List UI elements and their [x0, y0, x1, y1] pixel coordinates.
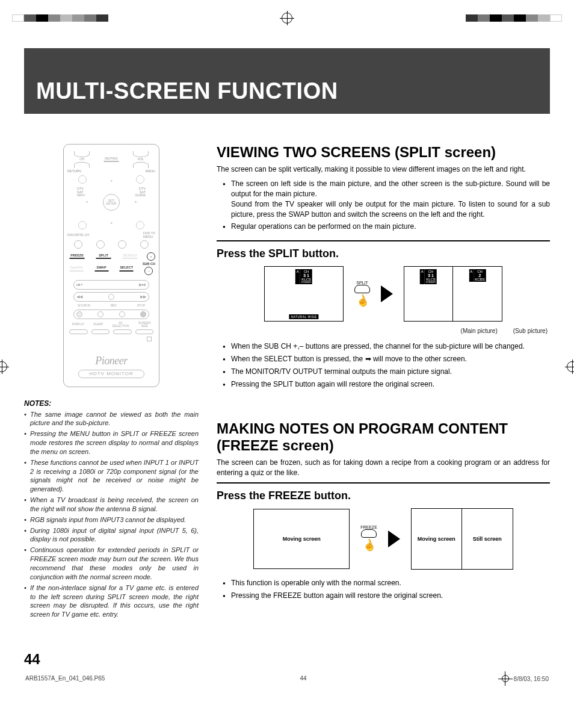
registration-mark-icon [567, 361, 574, 372]
divider [217, 482, 550, 484]
split-bottom-bullets: When the SUB CH +,– buttons are pressed,… [217, 341, 550, 389]
freeze-diagram: Moving screen FREEZE ☝ Moving screen Sti… [217, 508, 550, 570]
brand-logo: Pioneer [67, 355, 155, 366]
remote-swap-label: SWAP [97, 266, 106, 270]
page-title-band: MULTI-SCREEN FUNCTION [24, 48, 550, 114]
notes-item: RGB signals input from INPUT3 cannot be … [24, 515, 199, 524]
bullet-item: Pressing the SPLIT button again will res… [217, 379, 550, 390]
footer-date: 8/8/03, 16:50 [514, 676, 549, 682]
tv-sub: A CH2KCBS [453, 266, 502, 322]
bullet-item: When the SELECT button is pressed, the ➡… [217, 354, 550, 364]
bullet-item: When the SUB CH +,– buttons are pressed,… [217, 341, 550, 352]
notes-item: When a TV broadcast is being received, t… [24, 496, 199, 514]
movie-box-after: Moving screen Still screen [411, 508, 513, 570]
split-diagram: A CH3 1KLCSSTEREO NATURAL WIDE SPLIT ☝ A… [217, 266, 550, 322]
split-captions: (Main picture) (Sub picture) [217, 328, 550, 334]
freeze-button-illustration: FREEZE ☝ [360, 525, 377, 552]
bullet-item: This function is operable only with the … [217, 578, 550, 588]
page-number: 44 [24, 651, 550, 668]
freeze-intro: The screen can be frozen, such as for ta… [217, 458, 550, 477]
bullet-item: The MONITOR/TV OUTPUT terminal outputs t… [217, 367, 550, 377]
split-intro: The screen can be split vertically, maki… [217, 164, 550, 174]
split-heading: VIEWING TWO SCREENS (SPLIT screen) [217, 144, 550, 161]
notes-item: During 1080i input of digital signal inp… [24, 526, 199, 544]
notes-item: If the non-interlace signal for a TV gam… [24, 583, 199, 619]
split-button-illustration: SPLIT ☝ [354, 281, 370, 308]
remote-freeze-label: FREEZE [70, 254, 84, 258]
registration-mark-icon [282, 13, 292, 23]
tv-before: A CH3 1KLCSSTEREO NATURAL WIDE [264, 266, 344, 322]
arrow-right-icon [381, 285, 393, 302]
color-bar-left [12, 14, 108, 22]
print-marks-top [12, 12, 562, 24]
tv-main: A CH3 1KLCSSTEREO [404, 266, 453, 322]
notes-heading: NOTES: [24, 399, 199, 408]
bullet-item: The screen on left side is the main pict… [217, 179, 550, 219]
remote-split-label: SPLIT [99, 254, 108, 258]
notes-item: The same image cannot be viewed as both … [24, 410, 199, 428]
page-title: MULTI-SCREEN FUNCTION [36, 78, 538, 104]
arrow-right-icon [388, 530, 400, 547]
footer-pg: 44 [300, 675, 306, 682]
remote-subch-label: SUB CH [143, 263, 155, 266]
registration-mark-icon [0, 361, 7, 372]
freeze-step: Press the FREEZE button. [217, 490, 550, 502]
notes-item: These functions cannot be used when INPU… [24, 458, 199, 494]
hand-icon: ☝ [360, 537, 377, 554]
notes-list: The same image cannot be viewed as both … [24, 410, 199, 620]
movie-box-before: Moving screen [253, 509, 350, 569]
split-step: Press the SPLIT button. [217, 247, 550, 260]
divider [217, 240, 550, 241]
hand-icon: ☝ [354, 293, 371, 310]
bullet-item: Pressing the FREEZE button again will re… [217, 591, 550, 601]
freeze-bullets: This function is operable only with the … [217, 578, 550, 601]
color-bar-right [466, 14, 562, 22]
split-top-bullets: The screen on left side is the main pict… [217, 179, 550, 232]
bullet-item: Regular operations can be performed on t… [217, 222, 550, 232]
freeze-heading: MAKING NOTES ON PROGRAM CONTENT (FREEZE … [217, 420, 550, 454]
notes-item: Continuous operation for extended period… [24, 546, 199, 581]
notes-item: Pressing the MENU button in SPLIT or FRE… [24, 429, 199, 456]
remote-control-illustration: CH MUTING VOL RETURNMENU DTV SAT INFO DT… [63, 144, 159, 387]
registration-mark-icon [502, 675, 509, 682]
footer: ARB1557A_En_041_046.P65 44 8/8/03, 16:50 [24, 675, 550, 682]
remote-select-label: SELECT [120, 266, 133, 270]
footer-file: ARB1557A_En_041_046.P65 [25, 675, 105, 682]
